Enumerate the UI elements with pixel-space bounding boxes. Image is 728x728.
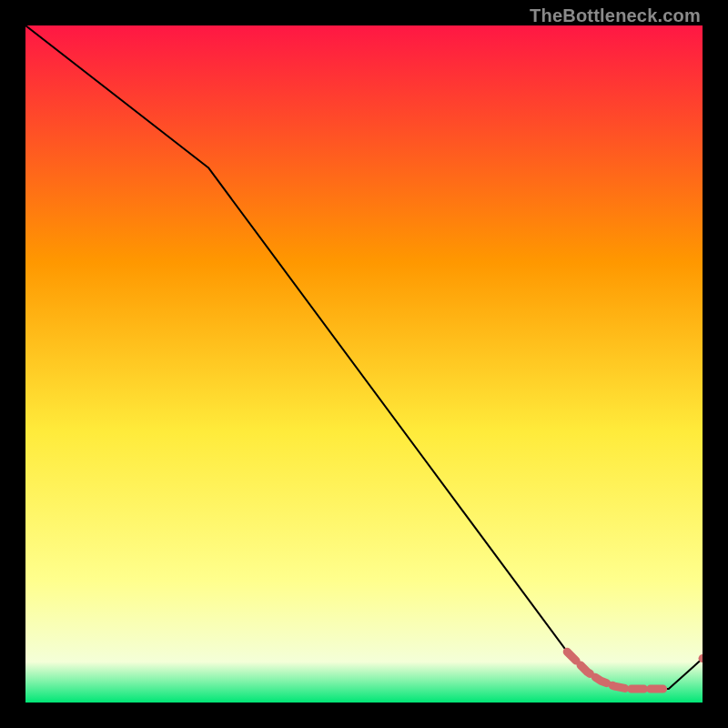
chart-svg	[25, 25, 703, 703]
chart-plot-area	[25, 25, 703, 703]
watermark-text: TheBottleneck.com	[530, 5, 701, 26]
chart-stage: TheBottleneck.com	[0, 0, 728, 728]
chart-background	[25, 25, 703, 703]
